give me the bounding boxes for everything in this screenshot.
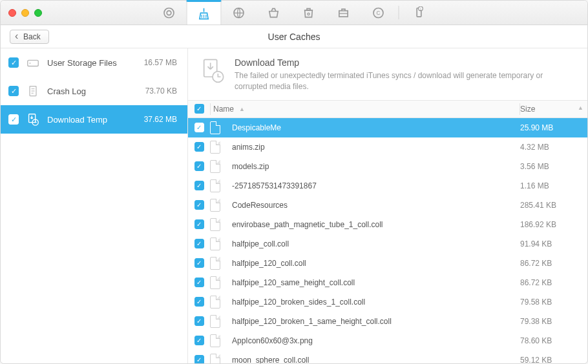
sidebar-item-label: User Storage Files xyxy=(47,58,138,68)
drive-icon xyxy=(25,55,41,70)
row-checkbox[interactable]: ✓ xyxy=(194,239,204,248)
svg-point-1 xyxy=(167,10,171,15)
table-row[interactable]: ✓anims.zip4.32 MB xyxy=(188,137,587,157)
toolbar-refresh-icon[interactable]: C xyxy=(361,1,396,25)
file-icon xyxy=(210,121,229,134)
table-row[interactable]: ✓models.zip3.56 MB xyxy=(188,157,587,176)
sidebar-item-label: Crash Log xyxy=(47,86,139,96)
table-row[interactable]: ✓halfpipe_coll.coll91.94 KB xyxy=(188,234,587,254)
page-title: User Caches xyxy=(268,32,320,42)
checkbox-icon[interactable]: ✓ xyxy=(8,114,19,125)
file-icon xyxy=(210,257,229,270)
titlebar: C 1 xyxy=(1,1,587,25)
sidebar-item-size: 37.62 MB xyxy=(144,115,177,124)
zoom-window-button[interactable] xyxy=(34,9,42,17)
section-description: The failed or unexpectedly terminated iT… xyxy=(235,70,576,92)
row-checkbox[interactable]: ✓ xyxy=(194,123,204,132)
file-name: DespicableMe xyxy=(229,123,520,132)
file-size: 59.12 KB xyxy=(520,356,587,363)
row-checkbox[interactable]: ✓ xyxy=(194,297,204,307)
file-size: 79.38 KB xyxy=(520,317,587,326)
row-checkbox[interactable]: ✓ xyxy=(194,316,204,326)
file-name: halfpipe_120_broken_1_same_height_coll.c… xyxy=(229,317,520,326)
table-row[interactable]: ✓halfpipe_120_broken_1_same_height_coll.… xyxy=(188,312,587,331)
file-icon xyxy=(210,296,229,308)
sidebar-item-crash-log[interactable]: ✓ Crash Log 73.70 KB xyxy=(1,77,187,105)
toolbar-clean-icon[interactable] xyxy=(187,0,222,25)
file-icon xyxy=(210,218,229,231)
file-size: 25.90 MB xyxy=(520,123,587,132)
table-header: ✓ Name▲ Size▲ xyxy=(188,100,587,118)
file-name: halfpipe_120_broken_sides_1_coll.coll xyxy=(229,298,520,307)
table-body[interactable]: ✓DespicableMe25.90 MB✓anims.zip4.32 MB✓m… xyxy=(188,118,587,363)
toolbar-basket-icon[interactable] xyxy=(257,1,291,25)
file-icon xyxy=(210,179,229,192)
download-temp-large-icon xyxy=(200,57,226,83)
file-icon xyxy=(210,354,229,363)
file-size: 91.94 KB xyxy=(520,239,587,248)
table-row[interactable]: ✓halfpipe_120_same_height_coll.coll86.72… xyxy=(188,273,587,292)
checkbox-icon[interactable]: ✓ xyxy=(8,86,19,96)
table-row[interactable]: ✓-25718575314733918671.16 MB xyxy=(188,176,587,196)
row-checkbox[interactable]: ✓ xyxy=(194,258,204,268)
file-name: CodeResources xyxy=(229,201,520,210)
toolbar-globe-icon[interactable] xyxy=(222,1,257,25)
row-checkbox[interactable]: ✓ xyxy=(194,278,204,287)
row-checkbox[interactable]: ✓ xyxy=(194,355,204,363)
toolbar-separator xyxy=(399,6,399,19)
row-checkbox[interactable]: ✓ xyxy=(194,181,204,190)
row-checkbox[interactable]: ✓ xyxy=(194,336,204,345)
table-row[interactable]: ✓moon_sphere_coll.coll59.12 KB xyxy=(188,350,587,363)
main-pane: Download Temp The failed or unexpectedly… xyxy=(188,48,587,363)
app-window: C 1 Back User Caches ✓ User Storage File… xyxy=(0,0,588,364)
row-checkbox[interactable]: ✓ xyxy=(194,142,204,152)
header-row: Back User Caches xyxy=(1,25,587,48)
file-icon xyxy=(210,334,229,347)
sidebar: ✓ User Storage Files 16.57 MB ✓ Crash Lo… xyxy=(1,48,188,363)
file-icon xyxy=(210,160,229,173)
file-icon xyxy=(210,315,229,328)
checkbox-icon[interactable]: ✓ xyxy=(8,57,19,68)
table-row[interactable]: ✓envirobase_path_magnetic_tube_1_coll.co… xyxy=(188,215,587,234)
file-size: 186.92 KB xyxy=(520,220,587,229)
sidebar-item-label: Download Temp xyxy=(47,115,138,125)
table-row[interactable]: ✓halfpipe_120_broken_sides_1_coll.coll79… xyxy=(188,292,587,312)
minimize-window-button[interactable] xyxy=(21,9,29,17)
sort-asc-icon: ▲ xyxy=(239,106,245,112)
table-row[interactable]: ✓DespicableMe25.90 MB xyxy=(188,118,587,137)
file-icon xyxy=(210,276,229,289)
row-checkbox[interactable]: ✓ xyxy=(194,219,204,229)
file-name: halfpipe_120_same_height_coll.coll xyxy=(229,278,520,287)
section-title: Download Temp xyxy=(235,57,576,68)
sidebar-item-user-storage[interactable]: ✓ User Storage Files 16.57 MB xyxy=(1,48,187,77)
toolbar-phone-icon[interactable]: 1 xyxy=(402,1,437,25)
file-name: envirobase_path_magnetic_tube_1_coll.col… xyxy=(229,220,520,229)
close-window-button[interactable] xyxy=(8,9,16,17)
select-all-checkbox[interactable]: ✓ xyxy=(194,104,204,114)
svg-rect-10 xyxy=(28,60,39,66)
table-row[interactable]: ✓halfpipe_120_coll.coll86.72 KB xyxy=(188,254,587,273)
file-size: 86.72 KB xyxy=(520,259,587,268)
sidebar-item-size: 16.57 MB xyxy=(144,58,177,67)
file-size: 1.16 MB xyxy=(520,181,587,190)
table-row[interactable]: ✓AppIcon60x60@3x.png78.60 KB xyxy=(188,331,587,350)
svg-point-3 xyxy=(308,13,310,15)
sidebar-item-download-temp[interactable]: ✓ Download Temp 37.62 MB xyxy=(1,105,187,134)
column-header-size[interactable]: Size▲ xyxy=(520,105,587,114)
file-size: 78.60 KB xyxy=(520,336,587,345)
row-checkbox[interactable]: ✓ xyxy=(194,200,204,210)
svg-text:1: 1 xyxy=(420,6,422,10)
file-size: 86.72 KB xyxy=(520,278,587,287)
toolbar-dashboard-icon[interactable] xyxy=(152,1,187,25)
file-name: halfpipe_120_coll.coll xyxy=(229,259,520,268)
sidebar-item-size: 73.70 KB xyxy=(145,86,177,96)
column-header-name[interactable]: Name▲ xyxy=(211,105,520,114)
document-icon xyxy=(25,83,41,99)
download-temp-icon xyxy=(25,112,41,127)
back-button[interactable]: Back xyxy=(10,30,49,44)
toolbar-trash-icon[interactable] xyxy=(291,1,326,25)
main-toolbar: C 1 xyxy=(152,1,437,25)
toolbar-toolbox-icon[interactable] xyxy=(326,1,361,25)
table-row[interactable]: ✓CodeResources285.41 KB xyxy=(188,196,587,215)
row-checkbox[interactable]: ✓ xyxy=(194,161,204,171)
